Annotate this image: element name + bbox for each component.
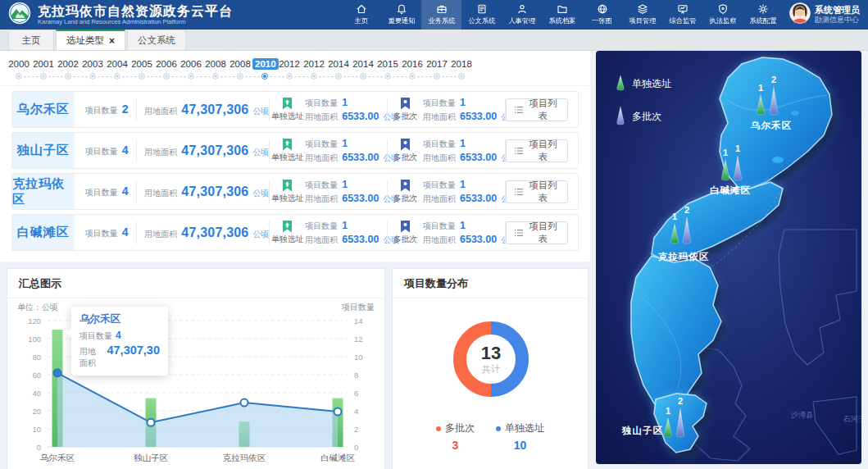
line-point-白碱滩区 [334,408,342,416]
legend-item-multi: 多批次 3 [436,421,475,452]
tab-主页[interactable]: 主页 [8,30,54,50]
monitor-icon [677,3,688,15]
year-dot[interactable] [458,73,465,80]
svg-text:12: 12 [354,335,363,344]
nav-item-globe[interactable]: 一张图 [582,0,622,30]
svg-text:14: 14 [354,316,363,326]
year-dot[interactable] [311,73,317,80]
year-item-2005[interactable]: 2005 [130,57,154,82]
multi-batch-stats: 项目数量1用地面积6533.00公顷 [423,138,505,164]
nav-item-shield[interactable]: 执法监察 [702,0,743,30]
project-list-button[interactable]: 项目列表 [506,98,568,121]
multi-batch-ribbon-icon [401,98,410,110]
year-dot[interactable] [212,73,219,80]
year-item-2002[interactable]: 2002 [56,57,80,82]
marker-multi-count: 2 [771,75,776,84]
single-site-stats: 项目数量1用地面积6533.00公顷 [305,138,387,164]
map-panel: 单独选址 多批次 沙湾县 石河子 12乌尔禾区11白碱滩区12克拉玛依区12独山… [596,51,861,464]
year-item-2014[interactable]: 2014 [351,57,375,82]
legend-dot-single [496,426,501,431]
district-project-count: 项目数量4 [85,184,136,198]
globe-icon [597,3,608,15]
tab-公文系统[interactable]: 公文系统 [127,30,186,50]
year-item-2006[interactable]: 2006 [179,57,203,82]
year-item-2015[interactable]: 2015 [375,57,400,82]
year-item-2018[interactable]: 2018 [449,57,474,82]
year-item-2016[interactable]: 2016 [400,57,425,82]
single-site-ribbon-icon [283,139,292,151]
app-logo-icon [8,2,31,28]
document-icon [476,3,488,15]
year-timeline: 2000200120022003200420052006200620082008… [0,51,590,86]
year-item-2006[interactable]: 2006 [154,57,179,82]
legend-item-single: 单独选址 10 [496,421,544,452]
district-row-独山子区: 独山子区项目数量4用地面积47,307,306公顷单独选址项目数量1用地面积65… [11,132,579,169]
nav-item-person[interactable]: 人事管理 [502,0,542,30]
shield-icon [717,3,729,15]
project-list-button[interactable]: 项目列表 [506,139,568,162]
svg-text:100: 100 [28,335,41,344]
nav-item-folder[interactable]: 系统档案 [542,0,582,30]
year-dot[interactable] [65,73,71,80]
year-dot[interactable] [16,73,22,80]
nav-item-briefcase[interactable]: 业务系统 [421,0,461,30]
year-item-2012[interactable]: 2012 [302,57,326,82]
legend-value-multi: 3 [436,439,475,452]
year-dot[interactable] [114,73,120,80]
year-dot[interactable] [163,73,170,80]
svg-text:40: 40 [32,389,41,398]
year-item-2010-selected[interactable]: 2010 [252,57,277,82]
year-item-2008[interactable]: 2008 [228,57,252,82]
district-land-area: 用地面积47,307,306公顷 [144,143,269,158]
nav-item-bell[interactable]: 重要通知 [381,0,421,30]
year-dot[interactable] [335,73,342,80]
year-dot[interactable] [139,73,145,80]
year-dot[interactable] [434,73,440,80]
year-dot[interactable] [237,73,243,80]
nav-item-document[interactable]: 公文系统 [461,0,502,30]
user-profile[interactable]: 系统管理员 勘测信息中心 [789,2,861,27]
year-item-2012[interactable]: 2012 [277,57,302,82]
svg-text:克拉玛依区: 克拉玛依区 [223,453,266,462]
legend-single-label: 单独选址 [632,78,671,89]
nav-item-monitor[interactable]: 综合监管 [662,0,702,30]
single-site-badge: 单独选址 [270,221,305,245]
map-lake-2 [791,111,799,116]
close-tab-icon[interactable]: × [109,37,115,45]
map-district-label-乌尔禾区: 乌尔禾区 [750,120,792,130]
year-item-2008[interactable]: 2008 [203,57,228,82]
marker-single-count: 1 [666,406,670,416]
year-item-2017[interactable]: 2017 [425,57,449,82]
nav-item-layers[interactable]: 项目管理 [622,0,662,30]
district-name: 独山子区 [12,133,75,168]
single-site-stats: 项目数量1用地面积6533.00公顷 [305,97,387,123]
tab-选址类型[interactable]: 选址类型× [56,30,125,50]
district-name: 乌尔禾区 [12,92,75,127]
distribution-panel: 项目数量分布 13 共计 多批次 3 [392,268,589,469]
district-name: 白碱滩区 [12,215,75,250]
year-item-2004[interactable]: 2004 [105,57,130,82]
project-list-button[interactable]: 项目列表 [506,180,568,203]
nav-item-home[interactable]: 主页 [341,0,381,30]
multi-batch-badge: 多批次 [388,98,423,122]
year-dot[interactable] [286,73,293,80]
project-list-button[interactable]: 项目列表 [506,221,568,244]
year-dot[interactable] [40,73,47,80]
year-item-2003[interactable]: 2003 [80,57,105,82]
year-item-2001[interactable]: 2001 [31,57,56,82]
svg-text:白碱滩区: 白碱滩区 [320,453,356,462]
year-item-2014[interactable]: 2014 [326,57,351,82]
year-item-2000[interactable]: 2000 [7,57,31,82]
year-dot[interactable] [188,73,194,80]
year-dot[interactable] [409,73,416,80]
year-dot[interactable] [384,73,391,80]
nav-item-gear[interactable]: 系统配置 [743,0,783,30]
year-dot[interactable] [261,73,268,80]
map-district-label-白碱滩区: 白碱滩区 [710,185,751,195]
year-dot[interactable] [360,73,366,80]
year-dot[interactable] [89,73,96,80]
line-point-独山子区 [148,419,155,426]
user-avatar [789,2,811,27]
donut-chart: 13 共计 [434,302,548,417]
bg-label-shawan: 沙湾县 [790,411,813,419]
